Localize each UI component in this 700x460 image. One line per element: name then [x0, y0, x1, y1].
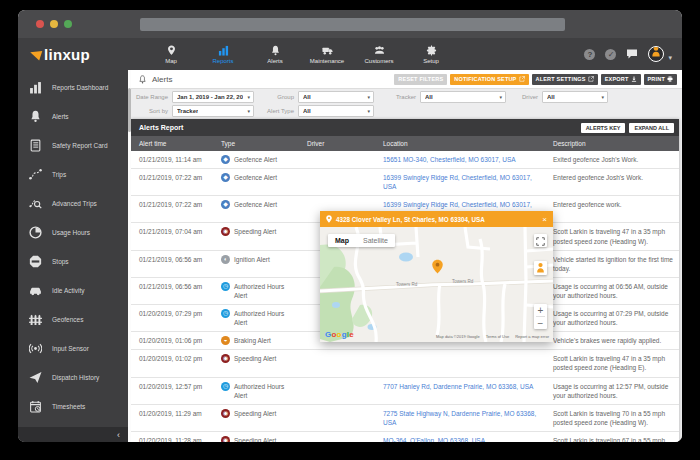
avatar[interactable]: [648, 46, 664, 62]
chevron-down-icon: ▾: [367, 108, 370, 114]
report-card-icon: [29, 139, 42, 152]
sidebar-item-usage-hours[interactable]: Usage Hours: [18, 218, 128, 247]
table-row[interactable]: 01/20/2019, 01:02 pm◉Speeding AlertScott…: [131, 350, 679, 377]
alert-type-label: Speeding Alert: [234, 409, 276, 418]
signal-icon: [29, 342, 42, 355]
external-icon: [588, 76, 594, 82]
table-row[interactable]: 01/20/2019, 12:57 pm◷Authorized Hours Al…: [131, 378, 679, 405]
alert-time: 01/20/2019, 01:06 pm: [131, 332, 213, 349]
sidebar-item-trips[interactable]: Trips: [18, 160, 128, 189]
nav-item-reports[interactable]: Reports: [200, 45, 246, 64]
report-map-error-link[interactable]: Report a map error: [515, 334, 549, 339]
check-icon[interactable]: ✓: [605, 49, 616, 60]
alert-time: 01/21/2019, 06:56 am: [131, 278, 213, 304]
print-button[interactable]: PRINT: [644, 74, 678, 85]
sidebar-item-label: Alerts: [52, 113, 69, 120]
filter-select-alert-type[interactable]: All▾: [298, 105, 374, 117]
button-label: PRINT: [648, 76, 666, 82]
report-title: Alerts Report: [139, 124, 183, 131]
alert-description: Scott Larkin is traveling 67 in a 55 mph…: [545, 432, 679, 442]
table-row[interactable]: 01/20/2019, 11:29 am◉Speeding Alert7275 …: [131, 405, 679, 432]
nav-item-label: Setup: [423, 58, 439, 64]
nav-item-map[interactable]: Map: [148, 45, 194, 64]
sidebar-item-geofences[interactable]: Geofences: [18, 305, 128, 334]
reset-filters-button[interactable]: RESET FILTERS: [394, 74, 447, 85]
authorized-alert-icon: ◷: [221, 309, 230, 318]
map-popup: 4328 Clover Valley Ln, St Charles, MO 63…: [320, 211, 553, 342]
map-marker-icon[interactable]: [430, 259, 445, 278]
filter-select-driver[interactable]: All▾: [542, 91, 608, 103]
zoom-window-button[interactable]: [64, 20, 72, 28]
popup-close-icon[interactable]: ×: [542, 215, 547, 224]
sidebar-collapse-button[interactable]: ‹: [18, 427, 128, 442]
popup-address: 4328 Clover Valley Ln, St Charles, MO 63…: [336, 216, 485, 223]
linxup-logo[interactable]: linxup: [30, 46, 130, 63]
table-row[interactable]: 01/21/2019, 11:14 am◆Geofence Alert15651…: [131, 151, 679, 169]
sidebar-item-stops[interactable]: Stops: [18, 247, 128, 276]
filter-select-date-range[interactable]: Jan 1, 2019 - Jan 22, 2019▾: [172, 91, 254, 103]
main-content: Alerts RESET FILTERSNOTIFICATION SETUPAL…: [128, 70, 682, 442]
notification-setup-button[interactable]: NOTIFICATION SETUP: [450, 74, 528, 85]
external-icon: [519, 76, 525, 82]
location-pin-icon: [325, 215, 333, 223]
nav-item-maintenance[interactable]: Maintenance: [304, 45, 350, 64]
sidebar-item-advanced-trips[interactable]: Advanced Trips: [18, 189, 128, 218]
help-icon[interactable]: ?: [584, 49, 595, 60]
driver-cell: [299, 432, 375, 442]
expand-all-button[interactable]: EXPAND ALL: [629, 123, 674, 133]
chat-icon[interactable]: [626, 48, 638, 60]
close-window-button[interactable]: [36, 20, 44, 28]
bell-icon: [270, 45, 281, 56]
sidebar-item-idle-activity[interactable]: Idle Activity: [18, 276, 128, 305]
fullscreen-button[interactable]: [534, 234, 547, 247]
location-link[interactable]: 16399 Swingley Ridge Rd, Chesterfield, M…: [383, 174, 532, 190]
alert-description: Vehicle's brakes were rapidly applied.: [545, 332, 679, 349]
nav-item-alerts[interactable]: Alerts: [252, 45, 298, 64]
sidebar-item-input-sensor[interactable]: Input Sensor: [18, 334, 128, 363]
page-header: Alerts RESET FILTERSNOTIFICATION SETUPAL…: [128, 70, 682, 89]
bar-chart-icon: [29, 81, 42, 94]
map-popup-header[interactable]: 4328 Clover Valley Ln, St Charles, MO 63…: [320, 211, 553, 227]
sidebar-item-reports-dashboard[interactable]: Reports Dashboard: [18, 73, 128, 102]
google-logo[interactable]: Google: [325, 330, 354, 339]
sidebar-item-label: Input Sensor: [52, 345, 89, 352]
scrollbar-thumb[interactable]: [128, 88, 131, 132]
satellite-tab[interactable]: Satellite: [356, 234, 395, 247]
alerts-key-button[interactable]: ALERTS KEY: [581, 123, 626, 133]
column-header-alert-time: Alert time: [131, 140, 213, 147]
terms-of-use-link[interactable]: Terms of Use: [486, 334, 510, 339]
sidebar-item-dispatch-history[interactable]: Dispatch History: [18, 363, 128, 392]
vertical-scrollbar[interactable]: [128, 70, 131, 442]
filter-select-group[interactable]: All▾: [298, 91, 374, 103]
address-bar[interactable]: [140, 18, 565, 31]
table-row[interactable]: 01/20/2019, 11:28 am◉Speeding AlertMO-36…: [131, 432, 679, 442]
zoom-in-button[interactable]: +: [534, 304, 547, 316]
nav-item-setup[interactable]: Setup: [408, 45, 454, 64]
alert-type-label: Ignition Alert: [234, 255, 270, 264]
sidebar-item-label: Idle Activity: [52, 287, 85, 294]
pegman-control[interactable]: [534, 261, 547, 275]
map-tab[interactable]: Map: [328, 234, 356, 247]
location-link[interactable]: 7275 State Highway N, Dardenne Prairie, …: [383, 410, 536, 426]
zoom-out-button[interactable]: −: [534, 317, 547, 329]
filter-select-tracker[interactable]: All▾: [420, 91, 506, 103]
location-link[interactable]: MO-364, O'Fallon, MO 63368, USA: [383, 437, 485, 442]
nav-item-customers[interactable]: Customers: [356, 45, 402, 64]
sidebar-item-safety-report-card[interactable]: Safety Report Card: [18, 131, 128, 160]
sidebar-item-alerts[interactable]: Alerts: [18, 102, 128, 131]
location-link[interactable]: 15651 MO-340, Chesterfield, MO 63017, US…: [383, 156, 516, 163]
sidebar-item-timesheets[interactable]: Timesheets: [18, 392, 128, 421]
alert-description: Exited geofence Josh's Work.: [545, 151, 679, 168]
filter-select-sort-by[interactable]: Tracker▾: [172, 105, 254, 117]
printer-icon: [667, 76, 673, 82]
speeding-alert-icon: ◉: [221, 409, 230, 418]
minimize-window-button[interactable]: [50, 20, 58, 28]
table-row[interactable]: 01/21/2019, 07:22 am◆Geofence Alert16399…: [131, 169, 679, 196]
location-link[interactable]: 7707 Hanley Rd, Dardenne Prairie, MO 633…: [383, 383, 533, 390]
sidebar-item-label: Reports Dashboard: [52, 84, 108, 91]
alert-settings-button[interactable]: ALERT SETTINGS: [532, 74, 598, 85]
filter-label: Driver: [500, 94, 538, 100]
alert-time: 01/21/2019, 07:22 am: [131, 169, 213, 195]
google-map[interactable]: Towers Rd Towers Rd Map Satellite + − Go…: [320, 227, 553, 342]
export-button[interactable]: EXPORT: [601, 74, 641, 85]
